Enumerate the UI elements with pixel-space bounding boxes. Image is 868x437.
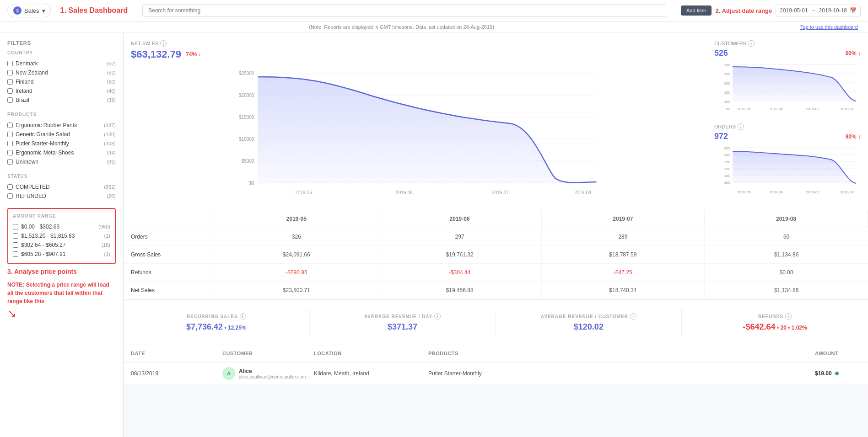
checkbox-generic-granite-salad[interactable] [7,132,13,137]
filter-ireland: Ireland (40) [7,86,116,96]
amount-value: $19.00 [815,370,832,377]
filter-denmark: Denmark (52) [7,59,116,68]
filter-new-zealand: New Zealand (52) [7,68,116,77]
status-filter-section: STATUS COMPLETED (952) REFUNDED (20) [7,174,116,201]
svg-text:2019-05: 2019-05 [737,190,751,194]
refunds-2019-08: $0.00 [705,264,868,281]
sales-dropdown[interactable]: $ Sales ▾ [7,4,51,17]
net-sales-2019-08: $1,134.86 [705,282,868,299]
recurring-sales-label: RECURRING SALES i [131,313,302,320]
customers-value: 526 [714,48,728,58]
svg-text:2019-07: 2019-07 [492,190,509,195]
sales-label: Sales [24,7,39,14]
svg-text:$25000: $25000 [239,71,254,76]
customers-change: 60% ↓ [846,50,861,57]
checkbox-ergonomic-rubber-pants[interactable] [7,123,13,128]
orders-info-icon[interactable]: i [738,123,744,130]
net-sales-change: 74% ↓ [186,51,201,58]
svg-text:$5000: $5000 [242,159,254,164]
net-sales-chart-section: NET SALES i $63,132.79 74% ↓ [131,40,714,203]
transaction-date: 08/13/2019 [131,370,222,377]
net-sales-row: Net Sales $23,800.71 $19,456.88 $18,740.… [124,282,868,299]
filter-completed: COMPLETED (952) [7,182,116,192]
avg-revenue-day-value: $371.37 [388,322,417,331]
col-amount: Amount [815,351,861,356]
net-sales-2019-07: $18,740.34 [542,282,705,299]
checkbox-range-1[interactable] [13,224,18,229]
date-separator: → [811,7,816,14]
filters-title: FILTERS [7,40,116,46]
amount-range-section: AMOUNT RANGE $0.00 - $302.63 (960) $1,51… [7,208,116,264]
tap-dashboard-link[interactable]: Tap to use this dashboard [800,24,865,30]
transactions-header: Date Customer Location Products Amount [124,345,868,362]
checkbox-denmark[interactable] [7,61,13,66]
period-header-empty [124,210,215,228]
avg-revenue-customer-info-icon[interactable]: i [630,313,636,320]
checkbox-completed[interactable] [7,184,13,190]
svg-text:2019-07: 2019-07 [806,107,819,111]
period-2019-06: 2019-06 [378,210,542,228]
customers-chart: 300 250 200 150 100 50 2019-05 2019-06 2… [714,60,861,115]
checkbox-putler-starter-monthly[interactable] [7,141,13,146]
date-end: 2019-10-18 [819,7,847,14]
transaction-customer: A Alice alice.osullivan@demo.putler.com [222,367,314,380]
svg-text:250: 250 [724,72,731,76]
checkbox-range-3[interactable] [13,242,18,248]
svg-text:2019-06: 2019-06 [769,190,783,194]
status-section-label: STATUS [7,174,116,179]
filter-range-1: $0.00 - $302.63 (960) [13,222,110,231]
svg-text:200: 200 [724,167,731,171]
checkbox-range-2[interactable] [13,233,18,239]
transaction-location: Kildare, Meath, Ireland [314,370,428,377]
sub-header-note: (Note: Reports are displayed in GMT time… [309,24,494,30]
gross-sales-2019-08: $1,134.86 [705,246,868,263]
net-sales-info-icon[interactable]: i [160,40,167,47]
checkbox-ireland[interactable] [7,88,13,94]
chevron-icon: ▾ [42,7,45,14]
checkbox-refunded[interactable] [7,193,13,199]
period-data-table: 2019-05 2019-06 2019-07 2019-08 Orders 3… [124,210,868,299]
checkbox-range-4[interactable] [13,251,18,257]
checkbox-finland[interactable] [7,79,13,85]
recurring-sales-stat: RECURRING SALES i $7,736.42 • 12.25% [124,309,310,336]
refunds-2019-07: -$47.25 [542,264,705,281]
svg-text:50: 50 [726,107,730,111]
avg-revenue-customer-stat: AVERAGE REVENUE / CUSTOMER i $120.02 [496,309,682,336]
filter-unknown: Unknown (95) [7,157,116,166]
checkbox-unknown[interactable] [7,159,13,165]
avg-revenue-day-info-icon[interactable]: i [434,313,441,320]
col-customer: Customer [222,351,314,356]
date-range-picker[interactable]: 2019-05-01 → 2019-10-18 📅 [776,5,861,16]
orders-row-label: Orders [124,228,215,245]
checkbox-brazil[interactable] [7,97,13,103]
orders-2019-06: 297 [378,228,542,245]
charts-row: NET SALES i $63,132.79 74% ↓ [124,33,868,210]
add-filter-button[interactable]: Add filter [681,5,712,16]
filter-range-3: $302.64 - $605.27 (18) [13,240,110,250]
period-header-row: 2019-05 2019-06 2019-07 2019-08 [124,210,868,228]
checkbox-ergonomic-metal-shoes[interactable] [7,150,13,155]
recurring-sales-info-icon[interactable]: i [240,313,246,320]
avg-revenue-day-stat: AVERAGE REVENUE / DAY i $371.37 [310,309,496,336]
svg-text:$10000: $10000 [239,137,254,142]
header-right: Add filter 2. Adjust date range 2019-05-… [681,5,861,16]
svg-text:$15000: $15000 [239,115,254,120]
filter-putler-starter-monthly: Putler Starter-Monthly (108) [7,139,116,148]
period-2019-08: 2019-08 [705,210,868,228]
checkbox-new-zealand[interactable] [7,70,13,75]
amount-range-label: AMOUNT RANGE [13,213,110,218]
filter-finland: Finland (50) [7,77,116,86]
country-filter-section: COUNTRY Denmark (52) New Zealand (52) Fi… [7,50,116,105]
svg-text:250: 250 [724,160,731,164]
transaction-row: 08/13/2019 A Alice alice.osullivan@demo.… [124,362,868,385]
sales-icon: $ [13,6,22,15]
svg-text:200: 200 [724,81,731,85]
customers-info-icon[interactable]: i [748,40,755,47]
refunds-info-icon[interactable]: i [785,313,792,320]
filter-generic-granite-salad: Generic Granite Salad (130) [7,130,116,139]
side-charts: CUSTOMERS i 526 60% ↓ [714,40,861,203]
search-input[interactable] [142,4,666,17]
filter-range-4: $605.28 - $907.91 (1) [13,250,110,259]
svg-text:300: 300 [724,153,731,157]
orders-chart-section: ORDERS i 972 80% ↓ [714,123,861,199]
